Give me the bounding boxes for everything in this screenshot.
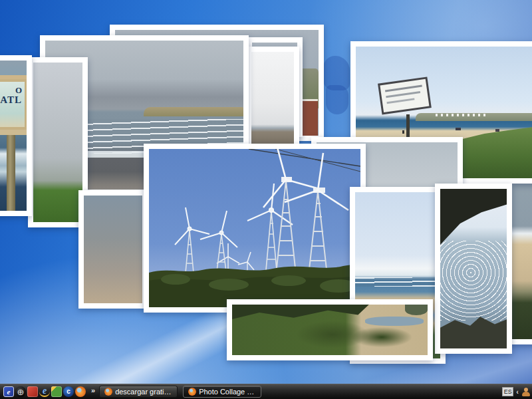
messenger-person-icon[interactable] — [521, 387, 531, 396]
wooden-sign: O ATL — [0, 75, 27, 135]
sign-text-line2: ATL — [0, 95, 22, 106]
red-app-icon[interactable] — [27, 386, 38, 397]
water-pool — [365, 317, 424, 326]
photo-wind-turbines — [144, 144, 366, 313]
green-app-icon[interactable] — [51, 386, 62, 397]
taskbar-button-label: descargar gratis Ares... — [115, 388, 172, 396]
photo-atlantic-sign: O ATL — [0, 55, 32, 216]
headland — [144, 107, 243, 116]
dark-treeline — [232, 305, 369, 319]
beach-people — [495, 129, 499, 132]
crosshair-icon[interactable]: ⊕ — [15, 386, 26, 397]
sea-sparkle — [440, 241, 507, 321]
tray-collapse-chevron[interactable]: ‹ — [516, 388, 519, 396]
photo-blurry-gradient — [78, 190, 148, 309]
firefox-icon — [104, 388, 112, 396]
wind-farm-drawing — [149, 149, 360, 307]
photo-sparkling-cove — [435, 184, 512, 354]
language-indicator[interactable]: ES — [502, 387, 513, 396]
photo-dune-bushes-pool — [227, 299, 433, 360]
emule-blue-icon[interactable]: e — [3, 386, 14, 397]
sign-face: O ATL — [0, 82, 25, 127]
beach-person — [402, 130, 404, 134]
sign-text-line1: O — [0, 86, 22, 95]
taskbar: e ⊕ e c » descargar gratis Ares... Photo… — [0, 384, 532, 399]
photo-bright-sky-vertical — [246, 47, 299, 150]
wave-foam — [355, 277, 440, 287]
blue-swirl-icon[interactable]: c — [63, 386, 74, 397]
screensaver-desktop[interactable]: O ATL — [0, 0, 532, 399]
quick-launch-overflow-chevron[interactable]: » — [91, 386, 95, 394]
system-tray: ES ‹ — [502, 387, 532, 396]
beach-people — [456, 128, 461, 130]
firefox-icon[interactable] — [75, 386, 86, 397]
taskbar-button-label: Photo Collage Screen... — [199, 388, 256, 396]
taskbar-button-photo-collage[interactable]: Photo Collage Screen... — [183, 386, 261, 398]
scrub — [405, 305, 428, 315]
internet-explorer-icon[interactable]: e — [39, 386, 50, 397]
sign-post — [7, 135, 15, 211]
quick-launch: e ⊕ e c — [0, 386, 86, 397]
distant-buildings — [436, 114, 489, 116]
taskbar-button-ares[interactable]: descargar gratis Ares... — [99, 386, 178, 398]
dark-cliff — [440, 189, 507, 245]
wallpaper-glyph — [326, 85, 348, 114]
bushes — [352, 327, 412, 347]
firefox-icon — [188, 388, 196, 396]
